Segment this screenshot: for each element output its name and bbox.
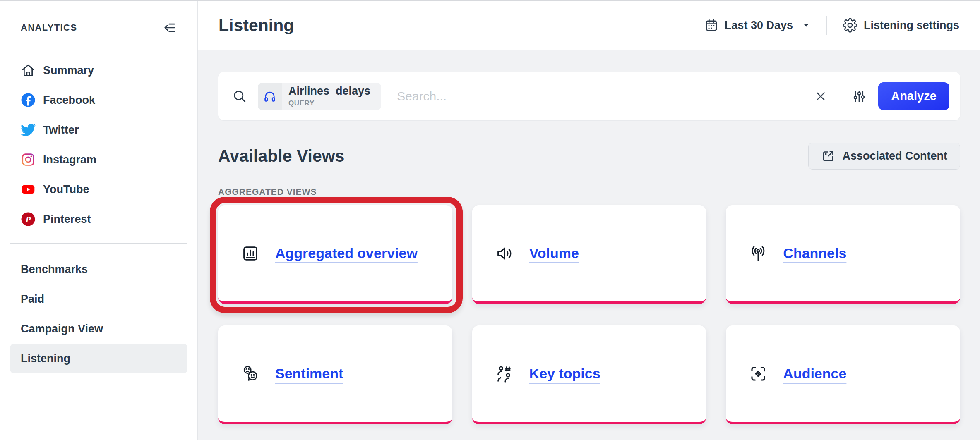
sidebar-item-campaign-view[interactable]: Campaign View: [10, 314, 187, 344]
sidebar: ANALYTICS Summary: [0, 1, 198, 440]
speaker-icon: [495, 244, 514, 263]
calendar-icon: [704, 18, 718, 32]
gear-icon: [843, 18, 858, 33]
sidebar-item-facebook[interactable]: Facebook: [10, 85, 187, 115]
date-range-picker[interactable]: Last 30 Days: [704, 18, 811, 32]
associated-content-button[interactable]: Associated Content: [808, 143, 960, 170]
sidebar-secondary-nav: Benchmarks Paid Campaign View Listening: [0, 254, 197, 373]
page-title: Listening: [219, 16, 294, 35]
sidebar-item-instagram[interactable]: Instagram: [10, 145, 187, 175]
listening-settings-button[interactable]: Listening settings: [843, 18, 959, 33]
sidebar-item-label: Facebook: [43, 94, 95, 107]
sidebar-item-benchmarks[interactable]: Benchmarks: [10, 254, 187, 284]
views-title: Available Views: [218, 146, 344, 166]
sliders-icon: [852, 89, 867, 104]
youtube-icon: [21, 182, 36, 197]
home-icon: [21, 63, 36, 78]
facebook-icon: [21, 93, 36, 108]
associated-content-label: Associated Content: [842, 150, 947, 163]
pinterest-icon: P: [21, 212, 36, 227]
app-window: ANALYTICS Summary: [0, 0, 980, 440]
external-content-icon: [821, 149, 835, 163]
sidebar-header: ANALYTICS: [0, 1, 197, 35]
key-topics-link[interactable]: Key topics: [529, 366, 600, 382]
query-chip-type: QUERY: [288, 99, 370, 108]
sidebar-item-label: Pinterest: [43, 213, 91, 226]
audience-focus-icon: [749, 365, 767, 383]
view-card-volume[interactable]: Volume: [472, 205, 706, 304]
view-card-sentiment[interactable]: Sentiment: [218, 325, 452, 424]
sidebar-primary-nav: Summary Facebook Twitter: [0, 55, 197, 234]
sidebar-item-youtube[interactable]: YouTube: [10, 175, 187, 204]
sentiment-link[interactable]: Sentiment: [275, 366, 343, 382]
page-header: Listening Last 30 Days: [198, 1, 980, 50]
header-divider: [826, 16, 827, 35]
content-area: Airlines_delays QUERY: [198, 50, 980, 440]
sidebar-item-label: Campaign View: [21, 323, 103, 335]
collapse-sidebar-button[interactable]: [163, 21, 177, 35]
sidebar-item-pinterest[interactable]: P Pinterest: [10, 204, 187, 234]
sidebar-item-label: Listening: [21, 352, 70, 365]
bar-chart-icon: [241, 244, 259, 263]
sidebar-item-label: Twitter: [43, 124, 79, 136]
twitter-icon: [21, 122, 36, 137]
collapse-sidebar-icon: [163, 21, 177, 35]
date-range-label: Last 30 Days: [725, 19, 793, 32]
main-area: Listening Last 30 Days: [198, 1, 980, 440]
sidebar-item-label: Summary: [43, 64, 94, 77]
views-grid: Aggregated overview Volume: [218, 205, 960, 424]
channels-link[interactable]: Channels: [783, 245, 846, 261]
views-header: Available Views Associated Content: [218, 143, 960, 170]
chevron-down-icon: [802, 21, 811, 30]
headphones-icon: [258, 83, 282, 110]
query-chip-text: Airlines_delays QUERY: [282, 83, 381, 110]
analyze-button[interactable]: Analyze: [878, 82, 949, 110]
search-input[interactable]: [397, 89, 814, 103]
view-card-aggregated-overview[interactable]: Aggregated overview: [218, 205, 452, 304]
volume-link[interactable]: Volume: [529, 245, 579, 261]
sidebar-item-paid[interactable]: Paid: [10, 284, 187, 314]
search-divider: [840, 86, 840, 107]
instagram-icon: [21, 152, 36, 167]
sidebar-item-label: Paid: [21, 293, 44, 306]
sidebar-item-label: Instagram: [43, 153, 96, 166]
header-actions: Last 30 Days Listening settings: [704, 16, 959, 35]
listening-settings-label: Listening settings: [864, 19, 959, 32]
clear-search-button[interactable]: [814, 90, 827, 103]
sidebar-item-twitter[interactable]: Twitter: [10, 115, 187, 145]
sidebar-item-summary[interactable]: Summary: [10, 55, 187, 85]
brand-label: ANALYTICS: [21, 22, 77, 33]
sentiment-faces-icon: [241, 365, 259, 383]
aggregated-overview-link[interactable]: Aggregated overview: [275, 245, 418, 261]
query-chip[interactable]: Airlines_delays QUERY: [258, 83, 381, 110]
view-card-key-topics[interactable]: Key topics: [472, 325, 706, 424]
sidebar-item-label: Benchmarks: [21, 263, 88, 276]
search-icon: [232, 89, 247, 104]
search-bar: Airlines_delays QUERY: [218, 72, 960, 120]
audience-link[interactable]: Audience: [783, 366, 846, 382]
query-chip-label: Airlines_delays: [288, 85, 370, 98]
close-icon: [814, 90, 827, 103]
aggregated-views-label: AGGREGATED VIEWS: [218, 187, 960, 197]
sidebar-divider: [10, 243, 187, 244]
sidebar-item-listening[interactable]: Listening: [10, 344, 187, 373]
search-filters-button[interactable]: [852, 89, 867, 104]
view-card-channels[interactable]: Channels: [726, 205, 960, 304]
key-topics-icon: [495, 365, 514, 383]
svg-text:P: P: [25, 215, 31, 225]
view-card-audience[interactable]: Audience: [726, 325, 960, 424]
antenna-icon: [749, 244, 767, 263]
sidebar-item-label: YouTube: [43, 183, 89, 196]
